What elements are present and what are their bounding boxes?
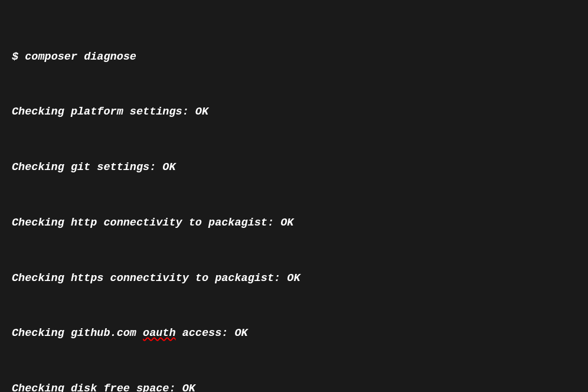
output-line: Checking github.com oauth access: OK: [12, 324, 576, 342]
command-line: $ composer diagnose: [12, 48, 576, 66]
output-line: Checking http connectivity to packagist:…: [12, 214, 576, 232]
terminal-output: $ composer diagnose Checking platform se…: [12, 11, 576, 392]
output-line: Checking disk free space: OK: [12, 380, 576, 392]
output-text: Checking github.com: [12, 327, 143, 339]
command-text: composer diagnose: [25, 51, 136, 63]
spellcheck-word: oauth: [143, 327, 176, 339]
shell-prompt: $: [12, 51, 25, 63]
output-line: Checking platform settings: OK: [12, 103, 576, 121]
output-line: Checking git settings: OK: [12, 158, 576, 177]
output-text: access: OK: [176, 327, 248, 339]
output-line: Checking https connectivity to packagist…: [12, 269, 576, 288]
